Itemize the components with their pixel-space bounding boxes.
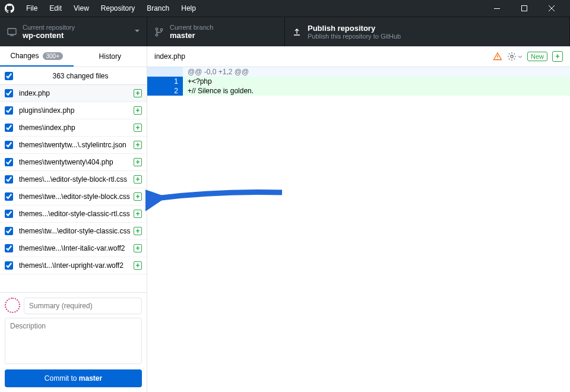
file-checkbox[interactable] — [5, 141, 13, 149]
file-row[interactable]: plugins\index.php+ — [0, 102, 147, 119]
repo-label: Current repository — [23, 24, 75, 31]
svg-point-3 — [156, 28, 158, 30]
diff-line-number: 2 — [147, 86, 183, 96]
file-name: index.php — [19, 89, 134, 97]
file-name: themes\twentytw...\.stylelintrc.json — [19, 141, 134, 149]
commit-summary-input[interactable] — [24, 298, 142, 314]
file-name: themes\t...\Inter-upright-var.woff2 — [19, 261, 134, 270]
add-file-icon[interactable]: + — [552, 51, 563, 62]
commit-button[interactable]: Commit to master — [5, 369, 142, 387]
svg-rect-2 — [8, 29, 16, 34]
diff-line-number: 1 — [147, 77, 183, 86]
file-row[interactable]: themes\twe...\editor-style-block.css+ — [0, 188, 147, 206]
commit-description-input[interactable] — [5, 318, 142, 364]
diff-view: @@ -0,0 +1,2 @@ 1+<?php 2+// Silence is … — [147, 67, 570, 96]
branch-value: master — [170, 31, 213, 40]
gear-icon — [507, 52, 517, 61]
file-checkbox[interactable] — [5, 175, 13, 184]
branch-icon — [154, 27, 164, 37]
file-checkbox[interactable] — [5, 227, 13, 235]
added-icon: + — [134, 124, 142, 132]
file-checkbox[interactable] — [5, 124, 13, 132]
file-row[interactable]: themes...\editor-style-classic-rtl.css+ — [0, 206, 147, 223]
added-icon: + — [134, 141, 142, 149]
file-checkbox[interactable] — [5, 210, 13, 218]
menu-help[interactable]: Help — [176, 2, 201, 15]
file-row[interactable]: index.php+ — [0, 85, 147, 102]
upload-icon — [292, 27, 302, 37]
minimize-button[interactable] — [483, 0, 511, 17]
svg-point-6 — [511, 55, 513, 58]
file-row[interactable]: themes\...\editor-style-block-rtl.css+ — [0, 171, 147, 188]
file-name: plugins\index.php — [19, 106, 134, 115]
publish-title: Publish repository — [308, 24, 401, 33]
menu-repository[interactable]: Repository — [96, 2, 140, 15]
changes-badge: 300+ — [43, 52, 64, 60]
publish-repository-button[interactable]: Publish repository Publish this reposito… — [285, 17, 570, 46]
monitor-icon — [7, 27, 17, 37]
menu-branch[interactable]: Branch — [142, 2, 174, 15]
added-icon: + — [134, 106, 142, 115]
file-row[interactable]: themes\index.php+ — [0, 119, 147, 137]
diff-line: +// Silence is golden. — [183, 86, 570, 96]
select-all-checkbox[interactable] — [5, 72, 13, 80]
added-icon: + — [134, 227, 142, 235]
added-icon: + — [134, 261, 142, 270]
svg-rect-1 — [522, 6, 527, 11]
added-icon: + — [134, 244, 142, 252]
svg-point-5 — [160, 29, 163, 31]
file-name: themes\...\editor-style-block-rtl.css — [19, 175, 134, 184]
current-repository-selector[interactable]: Current repository wp-content — [0, 17, 147, 46]
added-icon: + — [134, 89, 142, 97]
warning-icon[interactable] — [493, 52, 502, 61]
maximize-button[interactable] — [511, 0, 538, 17]
file-checkbox[interactable] — [5, 244, 13, 252]
menu-bar: File Edit View Repository Branch Help — [21, 2, 201, 15]
chevron-down-icon — [518, 55, 522, 58]
publish-subtitle: Publish this repository to GitHub — [308, 33, 401, 40]
svg-point-4 — [156, 34, 158, 36]
file-row[interactable]: themes\twe...\Inter-italic-var.woff2+ — [0, 240, 147, 257]
close-button[interactable] — [538, 0, 565, 17]
tab-changes-label: Changes — [10, 52, 39, 60]
diff-line: +<?php — [183, 77, 570, 86]
file-name: themes\twentytwenty\404.php — [19, 158, 134, 166]
current-branch-selector[interactable]: Current branch master — [147, 17, 285, 46]
added-icon: + — [134, 192, 142, 201]
open-file-name: index.php — [154, 52, 493, 61]
new-badge: New — [527, 52, 547, 61]
tab-history[interactable]: History — [74, 46, 147, 67]
file-name: themes...\editor-style-classic-rtl.css — [19, 210, 134, 218]
github-logo-icon — [5, 4, 14, 13]
menu-view[interactable]: View — [69, 2, 94, 15]
branch-label: Current branch — [170, 24, 213, 31]
avatar — [5, 298, 20, 313]
file-row[interactable]: themes\twentytw...\.stylelintrc.json+ — [0, 137, 147, 154]
file-checkbox[interactable] — [5, 106, 13, 115]
file-name: themes\twe...\Inter-italic-var.woff2 — [19, 244, 134, 252]
added-icon: + — [134, 158, 142, 166]
file-checkbox[interactable] — [5, 89, 13, 97]
svg-rect-0 — [494, 8, 500, 9]
menu-file[interactable]: File — [21, 2, 42, 15]
file-list: index.php+plugins\index.php+themes\index… — [0, 85, 147, 292]
file-checkbox[interactable] — [5, 261, 13, 270]
changed-files-count: 363 changed files — [19, 72, 142, 80]
file-name: themes\twe...\editor-style-block.css — [19, 192, 134, 201]
tab-changes[interactable]: Changes 300+ — [0, 46, 74, 67]
file-checkbox[interactable] — [5, 192, 13, 201]
repo-value: wp-content — [23, 31, 75, 40]
menu-edit[interactable]: Edit — [45, 2, 66, 15]
file-name: themes\index.php — [19, 124, 134, 132]
file-row[interactable]: themes\tw...\editor-style-classic.css+ — [0, 223, 147, 240]
file-row[interactable]: themes\t...\Inter-upright-var.woff2+ — [0, 257, 147, 274]
file-name: themes\tw...\editor-style-classic.css — [19, 227, 134, 235]
file-row[interactable]: themes\twentytwenty\404.php+ — [0, 154, 147, 171]
settings-dropdown[interactable] — [507, 52, 522, 61]
added-icon: + — [134, 175, 142, 184]
file-checkbox[interactable] — [5, 158, 13, 166]
diff-hunk-header: @@ -0,0 +1,2 @@ — [183, 67, 570, 77]
added-icon: + — [134, 210, 142, 218]
